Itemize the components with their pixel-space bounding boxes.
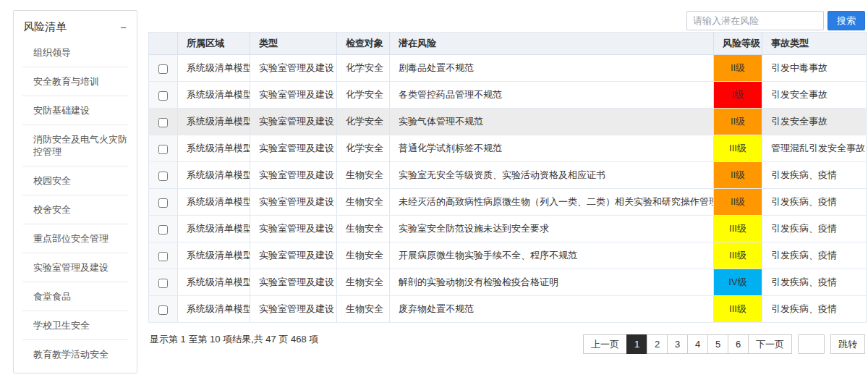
cell-target: 化学安全 [337,135,390,162]
cell-area: 系统级清单模型 [178,109,250,135]
column-header: 检查对象 [337,33,390,55]
sidebar-title: 风险清单 [23,20,67,34]
cell-type: 实验室管理及建设 [250,55,337,82]
row-checkbox-cell [149,216,178,242]
row-checkbox[interactable] [158,305,168,315]
cell-target: 生物安全 [337,242,390,269]
table-header-row: 所属区域类型检查对象潜在风险风险等级事故类型 [149,33,867,55]
cell-type: 实验室管理及建设 [250,82,337,109]
search-bar: 搜索 [686,11,865,30]
cell-target: 生物安全 [337,162,390,189]
row-checkbox[interactable] [158,91,168,101]
row-checkbox-cell [149,109,178,135]
page-number-button[interactable]: 2 [647,334,668,354]
row-checkbox[interactable] [158,172,168,181]
cell-area: 系统级清单模型 [178,296,250,323]
cell-area: 系统级清单模型 [178,242,250,269]
row-checkbox[interactable] [158,118,168,127]
sidebar-item[interactable]: 校舍安全 [22,195,128,224]
cell-risk: 开展病原微生物实验手续不全、程序不规范 [390,242,714,269]
cell-risk: 各类管控药品管理不规范 [390,82,714,109]
sidebar-header: 风险清单 − [14,11,137,38]
search-input[interactable] [686,11,824,30]
row-checkbox-cell [149,269,178,296]
risk-level-badge: III级 [714,296,762,323]
page-number-button[interactable]: 5 [707,334,728,354]
page-number-button[interactable]: 3 [667,334,688,354]
page-group: 上一页 123456 下一页 [584,334,792,354]
cell-type: 实验室管理及建设 [250,109,337,135]
risk-level-badge: I级 [714,82,762,109]
table-row: 系统级清单模型实验室管理及建设生物安全解剖的实验动物没有检验检疫合格证明IV级引… [149,269,867,296]
table-body: 系统级清单模型实验室管理及建设化学安全剧毒品处置不规范II级引发中毒事故系统级清… [149,55,867,323]
next-page-button[interactable]: 下一页 [748,334,792,354]
cell-accident-type: 管理混乱引发安全事故 [762,135,867,162]
risk-table: 所属区域类型检查对象潜在风险风险等级事故类型 系统级清单模型实验室管理及建设化学… [148,32,867,323]
row-checkbox[interactable] [158,64,168,74]
cell-risk: 实验室安全防范设施未达到安全要求 [390,216,714,242]
cell-risk: 剧毒品处置不规范 [390,55,714,82]
sidebar-item[interactable]: 学校卫生安全 [22,311,128,340]
cell-type: 实验室管理及建设 [250,296,337,323]
risk-level-badge: II级 [714,189,762,216]
sidebar-item[interactable]: 重点部位安全管理 [22,224,128,253]
column-header: 事故类型 [762,33,867,55]
cell-target: 生物安全 [337,189,390,216]
sidebar-item[interactable]: 教育教学活动安全 [22,340,128,368]
cell-accident-type: 引发疾病、疫情 [762,189,867,216]
risk-level-badge: IV级 [714,269,762,296]
column-header: 所属区域 [178,33,250,55]
row-checkbox-cell [149,162,178,189]
cell-target: 生物安全 [337,269,390,296]
column-header: 类型 [250,33,337,55]
table-row: 系统级清单模型实验室管理及建设生物安全未经灭活的高致病性病原微生物（列入一类、二… [149,189,867,216]
sidebar-item[interactable]: 安全教育与培训 [22,67,128,96]
risk-level-badge: III级 [714,242,762,269]
column-header: 风险等级 [714,33,762,55]
cell-type: 实验室管理及建设 [250,269,337,296]
collapse-icon[interactable]: − [120,22,127,33]
header-checkbox-cell [149,33,178,55]
cell-risk: 普通化学试剂标签不规范 [390,135,714,162]
prev-page-button[interactable]: 上一页 [583,334,627,354]
risk-level-badge: II级 [714,55,762,82]
sidebar-item[interactable]: 组织领导 [22,38,128,67]
risk-list-sidebar: 风险清单 − 组织领导安全教育与培训安防基础建设消防安全及电气火灾防控管理校园安… [13,10,137,373]
cell-area: 系统级清单模型 [178,216,250,242]
row-checkbox[interactable] [158,225,168,235]
row-checkbox[interactable] [158,145,168,154]
cell-risk: 未经灭活的高致病性病原微生物（列入一类、二类）相关实验和研究操作管理不规范 [390,189,714,216]
table-row: 系统级清单模型实验室管理及建设生物安全实验室安全防范设施未达到安全要求III级引… [149,216,867,242]
cell-accident-type: 引发中毒事故 [762,55,867,82]
row-checkbox-cell [149,296,178,323]
cell-type: 实验室管理及建设 [250,242,337,269]
cell-area: 系统级清单模型 [178,269,250,296]
search-button[interactable]: 搜索 [827,11,865,30]
cell-area: 系统级清单模型 [178,162,250,189]
cell-target: 化学安全 [337,82,390,109]
sidebar-item[interactable]: 安防基础建设 [22,96,128,125]
sidebar-item[interactable]: 实验室管理及建设 [22,253,128,282]
page-number-button[interactable]: 4 [687,334,708,354]
cell-type: 实验室管理及建设 [250,189,337,216]
jump-button[interactable]: 跳转 [830,334,865,354]
table-row: 系统级清单模型实验室管理及建设生物安全实验室无安全等级资质、实验活动资格及相应证… [149,162,867,189]
row-checkbox[interactable] [158,198,168,208]
row-checkbox[interactable] [158,252,168,261]
cell-area: 系统级清单模型 [178,135,250,162]
sidebar-item[interactable]: 校园安全 [22,166,128,195]
table-row: 系统级清单模型实验室管理及建设化学安全普通化学试剂标签不规范III级管理混乱引发… [149,135,867,162]
page-number-button[interactable]: 6 [728,334,749,354]
column-header: 潜在风险 [390,33,714,55]
cell-accident-type: 引发安全事故 [762,82,867,109]
sidebar-item[interactable]: 消防安全及电气火灾防控管理 [22,125,128,166]
cell-accident-type: 引发疾病、疫情 [762,269,867,296]
cell-target: 生物安全 [337,296,390,323]
row-checkbox[interactable] [158,279,168,288]
page-number-button[interactable]: 1 [626,334,647,354]
sidebar-item[interactable]: 食堂食品 [22,282,128,311]
results-summary: 显示第 1 至第 10 项结果,共 47 页 468 项 [150,333,318,346]
jump-page-input[interactable] [798,334,825,354]
cell-accident-type: 引发疾病、疫情 [762,296,867,323]
row-checkbox-cell [149,242,178,269]
